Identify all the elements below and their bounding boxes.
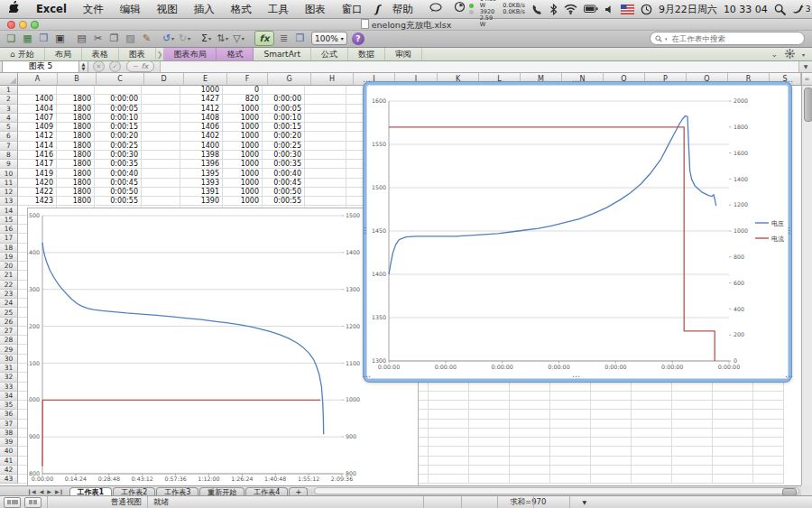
row-header-16[interactable]: 16 bbox=[0, 225, 18, 234]
cell[interactable] bbox=[550, 466, 591, 475]
battery-icon[interactable] bbox=[584, 5, 598, 14]
cell[interactable] bbox=[469, 447, 510, 456]
cell[interactable]: 1800 bbox=[57, 197, 95, 206]
cell[interactable] bbox=[713, 429, 753, 438]
ribbon-collapse-icon[interactable]: ⌄ bbox=[770, 50, 778, 59]
row-header-17[interactable]: 17 bbox=[0, 234, 18, 243]
row-header-37[interactable]: 37 bbox=[0, 420, 18, 429]
cell[interactable] bbox=[753, 447, 784, 456]
cell[interactable] bbox=[713, 457, 753, 466]
formula-builder-button[interactable]: fx bbox=[254, 31, 274, 46]
redo-icon[interactable]: ↻▾ bbox=[177, 32, 192, 46]
cell[interactable] bbox=[429, 475, 469, 484]
cell[interactable]: 1800 bbox=[57, 169, 95, 178]
wifi-icon[interactable] bbox=[564, 4, 577, 14]
page-layout-view-button[interactable] bbox=[24, 497, 42, 508]
cell[interactable] bbox=[429, 447, 469, 456]
cell[interactable] bbox=[305, 95, 346, 104]
cell[interactable]: 1000 bbox=[223, 188, 263, 197]
cell[interactable] bbox=[469, 392, 510, 401]
cell[interactable] bbox=[305, 86, 346, 95]
cell[interactable] bbox=[510, 466, 550, 475]
cell[interactable] bbox=[672, 438, 713, 447]
tab-scroll-buttons[interactable]: ❙◀ ◀ ▶ ▶❙ bbox=[0, 486, 69, 495]
cell[interactable] bbox=[142, 86, 180, 95]
cell[interactable] bbox=[429, 438, 469, 447]
cell[interactable]: 1398 bbox=[180, 151, 223, 160]
help-button[interactable]: ? bbox=[352, 32, 364, 45]
cell[interactable]: 1391 bbox=[180, 188, 223, 197]
cell[interactable] bbox=[305, 123, 346, 132]
horizontal-scrollbar[interactable] bbox=[314, 487, 799, 494]
cell[interactable] bbox=[632, 429, 672, 438]
row-header-42[interactable]: 42 bbox=[0, 466, 18, 475]
cell[interactable] bbox=[142, 105, 180, 114]
cell[interactable]: 1422 bbox=[18, 188, 57, 197]
cell[interactable] bbox=[753, 466, 784, 475]
row-header-4[interactable]: 4 bbox=[0, 114, 18, 123]
cell[interactable]: 0:00:30 bbox=[95, 151, 142, 160]
ribbon-tab-开始[interactable]: ⌂开始 bbox=[0, 48, 45, 60]
cell[interactable] bbox=[591, 466, 632, 475]
cell[interactable]: 0:00:40 bbox=[95, 169, 142, 178]
cell[interactable]: 1800 bbox=[57, 151, 95, 160]
row-header-28[interactable]: 28 bbox=[0, 336, 18, 345]
cell[interactable]: 1390 bbox=[180, 197, 223, 206]
cell[interactable] bbox=[510, 429, 550, 438]
cell[interactable]: 1800 bbox=[57, 95, 95, 104]
last-sheet-icon[interactable]: ▶❙ bbox=[55, 488, 64, 494]
cell[interactable] bbox=[550, 420, 591, 429]
cell[interactable] bbox=[305, 142, 346, 151]
cell[interactable] bbox=[429, 401, 469, 410]
cell[interactable]: 1416 bbox=[18, 151, 57, 160]
row-header-5[interactable]: 5 bbox=[0, 123, 18, 132]
filter-icon[interactable]: ▽▾ bbox=[231, 32, 246, 46]
sum-readout[interactable]: 求和=970 bbox=[510, 497, 546, 508]
cell[interactable]: 1400 bbox=[18, 95, 57, 104]
ribbon-tab-公式[interactable]: 公式 bbox=[311, 48, 348, 60]
selection-handle[interactable]: ⋯ bbox=[788, 226, 791, 234]
cell[interactable]: 1395 bbox=[180, 169, 223, 178]
column-header-A[interactable]: A bbox=[18, 73, 58, 86]
cell[interactable] bbox=[672, 475, 713, 484]
sheet-search-field[interactable]: ▾ bbox=[650, 32, 805, 45]
cell[interactable]: 0:00:00 bbox=[263, 95, 305, 104]
cell[interactable] bbox=[305, 151, 346, 160]
cell[interactable]: 0:00:15 bbox=[95, 123, 142, 132]
power-stats[interactable]: 58° 14.39 W3920 2.59 W bbox=[480, 0, 497, 28]
prev-sheet-icon[interactable]: ◀ bbox=[40, 488, 44, 494]
cell[interactable]: 1000 bbox=[180, 86, 223, 95]
cell[interactable]: 1000 bbox=[223, 179, 263, 188]
cell[interactable] bbox=[469, 420, 510, 429]
save-icon[interactable]: ▣ bbox=[52, 32, 68, 46]
sum-menu-caret[interactable]: ▼ bbox=[582, 499, 586, 505]
ribbon-tab-表格[interactable]: 表格 bbox=[82, 48, 119, 60]
cell[interactable] bbox=[632, 383, 672, 392]
cell[interactable] bbox=[713, 447, 753, 456]
cell[interactable] bbox=[305, 114, 346, 123]
cell[interactable] bbox=[591, 392, 632, 401]
cell[interactable]: 0:00:25 bbox=[263, 142, 305, 151]
switch-windows-icon[interactable]: ❒ bbox=[292, 32, 308, 46]
cell[interactable]: 1408 bbox=[180, 114, 223, 123]
cell[interactable] bbox=[672, 429, 713, 438]
cell[interactable] bbox=[591, 438, 632, 447]
cell[interactable] bbox=[672, 420, 713, 429]
row-header-27[interactable]: 27 bbox=[0, 327, 18, 336]
row-header-41[interactable]: 41 bbox=[0, 457, 18, 466]
cell[interactable] bbox=[632, 466, 672, 475]
select-all-corner[interactable] bbox=[0, 73, 18, 86]
cell[interactable]: 1420 bbox=[18, 179, 57, 188]
cell[interactable] bbox=[591, 429, 632, 438]
formula-bar-collapse-icon[interactable]: ▼ bbox=[798, 60, 812, 72]
ribbon-tab-格式[interactable]: 格式 bbox=[217, 48, 254, 60]
first-sheet-icon[interactable]: ❙◀ bbox=[27, 488, 36, 494]
menu-insert[interactable]: 插入 bbox=[186, 0, 223, 18]
cell[interactable] bbox=[142, 160, 180, 169]
row-header-3[interactable]: 3 bbox=[0, 105, 18, 114]
ribbon-tab-审阅[interactable]: 审阅 bbox=[385, 48, 422, 60]
cell[interactable] bbox=[753, 475, 784, 484]
cell[interactable]: 1407 bbox=[18, 114, 57, 123]
column-header-D[interactable]: D bbox=[144, 73, 184, 86]
timer-menu-icon[interactable] bbox=[450, 0, 469, 18]
